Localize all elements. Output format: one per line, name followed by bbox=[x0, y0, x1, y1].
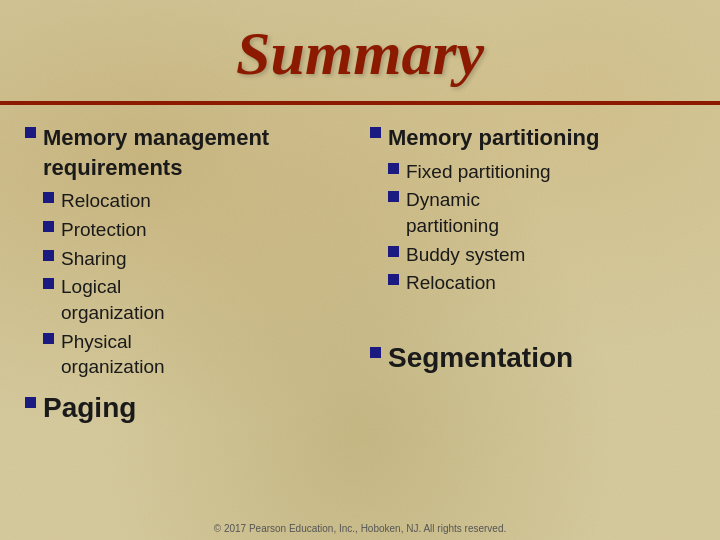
slide-header: Summary bbox=[0, 0, 720, 101]
bullet-icon bbox=[43, 221, 54, 232]
bullet-icon bbox=[43, 333, 54, 344]
sub-bullet-text: Buddy system bbox=[406, 242, 525, 268]
list-item: Protection bbox=[43, 217, 350, 243]
list-item: Sharing bbox=[43, 246, 350, 272]
sub-bullet-text: Dynamicpartitioning bbox=[406, 187, 499, 238]
sub-bullet-text: Physicalorganization bbox=[61, 329, 165, 380]
segmentation-bullet: Segmentation bbox=[370, 339, 695, 377]
right-main-bullet: Memory partitioning bbox=[370, 123, 695, 153]
right-main-bullet-text: Memory partitioning bbox=[388, 123, 599, 153]
list-item: Fixed partitioning bbox=[388, 159, 695, 185]
sub-bullet-text: Relocation bbox=[61, 188, 151, 214]
bullet-icon bbox=[43, 250, 54, 261]
bullet-icon bbox=[43, 278, 54, 289]
sub-bullet-text: Logicalorganization bbox=[61, 274, 165, 325]
bullet-icon bbox=[25, 397, 36, 408]
footer-text: © 2017 Pearson Education, Inc., Hoboken,… bbox=[214, 523, 507, 534]
bullet-icon bbox=[43, 192, 54, 203]
list-item: Relocation bbox=[388, 270, 695, 296]
slide-title: Summary bbox=[236, 19, 484, 87]
bullet-icon bbox=[25, 127, 36, 138]
bullet-icon bbox=[388, 274, 399, 285]
list-item: Physicalorganization bbox=[43, 329, 350, 380]
left-main-bullet-text: Memory management requirements bbox=[43, 123, 350, 182]
left-column: Memory management requirements Relocatio… bbox=[25, 123, 350, 431]
left-main-bullet: Memory management requirements bbox=[25, 123, 350, 182]
bullet-icon bbox=[388, 191, 399, 202]
list-item: Relocation bbox=[43, 188, 350, 214]
bullet-icon bbox=[388, 163, 399, 174]
bullet-icon bbox=[388, 246, 399, 257]
sub-bullet-text: Sharing bbox=[61, 246, 127, 272]
sub-bullet-text: Protection bbox=[61, 217, 147, 243]
list-item: Logicalorganization bbox=[43, 274, 350, 325]
slide-content: Memory management requirements Relocatio… bbox=[0, 105, 720, 441]
bullet-icon bbox=[370, 127, 381, 138]
paging-bullet-text: Paging bbox=[43, 389, 136, 427]
sub-bullet-text: Fixed partitioning bbox=[406, 159, 551, 185]
slide-footer: © 2017 Pearson Education, Inc., Hoboken,… bbox=[0, 523, 720, 534]
right-sub-items: Fixed partitioning Dynamicpartitioning B… bbox=[388, 159, 695, 299]
paging-bullet: Paging bbox=[25, 389, 350, 427]
sub-bullet-text: Relocation bbox=[406, 270, 496, 296]
list-item: Buddy system bbox=[388, 242, 695, 268]
bullet-icon bbox=[370, 347, 381, 358]
slide: Summary Memory management requirements R… bbox=[0, 0, 720, 540]
right-column: Memory partitioning Fixed partitioning D… bbox=[370, 123, 695, 431]
segmentation-bullet-text: Segmentation bbox=[388, 339, 573, 377]
list-item: Dynamicpartitioning bbox=[388, 187, 695, 238]
left-sub-items: Relocation Protection Sharing Logicalorg… bbox=[43, 188, 350, 382]
